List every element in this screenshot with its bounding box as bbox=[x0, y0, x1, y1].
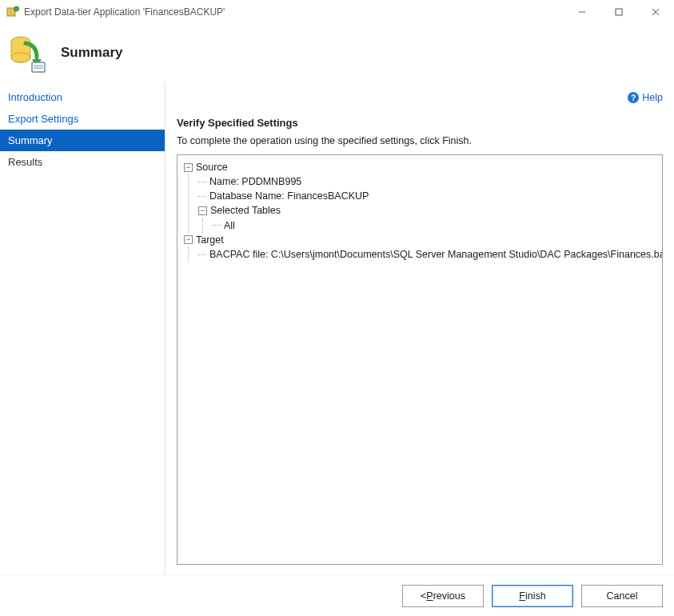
wizard-nav: Introduction Export Settings Summary Res… bbox=[0, 82, 165, 574]
settings-tree[interactable]: − Source Name: PDDMNB995 Database Name: … bbox=[177, 154, 663, 565]
help-icon: ? bbox=[628, 92, 639, 103]
window-title: Export Data-tier Application 'FinancesBA… bbox=[24, 6, 225, 18]
svg-point-1 bbox=[14, 6, 19, 11]
tree-leaf-source-db: Database Name: FinancesBACKUP bbox=[198, 189, 656, 203]
button-bar: < Previous Finish Cancel bbox=[0, 574, 674, 616]
app-icon bbox=[6, 6, 19, 18]
nav-summary[interactable]: Summary bbox=[0, 130, 165, 151]
svg-rect-9 bbox=[32, 62, 45, 72]
tree-label-source: Source bbox=[196, 160, 228, 174]
tree-label-target: Target bbox=[196, 233, 224, 247]
maximize-button[interactable] bbox=[600, 0, 637, 24]
tree-label-selected-tables: Selected Tables bbox=[210, 203, 281, 218]
cancel-button[interactable]: Cancel bbox=[581, 585, 663, 607]
nav-results[interactable]: Results bbox=[0, 151, 165, 173]
close-button[interactable] bbox=[637, 0, 674, 24]
tree-leaf-selected-tables-all: All bbox=[213, 218, 656, 233]
section-heading: Verify Specified Settings bbox=[177, 117, 663, 129]
page-title: Summary bbox=[61, 45, 122, 61]
tree-node-source[interactable]: − Source bbox=[184, 160, 656, 174]
collapse-icon[interactable]: − bbox=[184, 235, 193, 244]
nav-export-settings[interactable]: Export Settings bbox=[0, 108, 165, 130]
dialog-window: Export Data-tier Application 'FinancesBA… bbox=[0, 0, 674, 616]
previous-button[interactable]: < Previous bbox=[402, 585, 484, 607]
collapse-icon[interactable]: − bbox=[184, 163, 193, 172]
help-label: Help bbox=[642, 92, 663, 103]
window-controls bbox=[564, 0, 674, 24]
svg-rect-3 bbox=[616, 9, 622, 15]
header-band: Summary bbox=[0, 24, 674, 82]
section-instruction: To complete the operation using the spec… bbox=[177, 135, 663, 146]
tree-leaf-source-name: Name: PDDMNB995 bbox=[198, 174, 656, 189]
tree-node-selected-tables[interactable]: − Selected Tables All bbox=[198, 203, 656, 232]
help-link[interactable]: ? Help bbox=[628, 92, 663, 103]
tree-leaf-target-file: BACPAC file: C:\Users\jmont\Documents\SQ… bbox=[198, 247, 656, 262]
minimize-button[interactable] bbox=[564, 0, 600, 24]
nav-introduction[interactable]: Introduction bbox=[0, 86, 165, 108]
finish-button[interactable]: Finish bbox=[492, 585, 573, 607]
content-pane: ? Help Verify Specified Settings To comp… bbox=[165, 82, 674, 574]
database-export-icon bbox=[8, 32, 50, 74]
body: Introduction Export Settings Summary Res… bbox=[0, 82, 674, 574]
collapse-icon[interactable]: − bbox=[198, 206, 207, 215]
titlebar: Export Data-tier Application 'FinancesBA… bbox=[0, 0, 674, 24]
tree-node-target[interactable]: − Target bbox=[184, 233, 656, 247]
